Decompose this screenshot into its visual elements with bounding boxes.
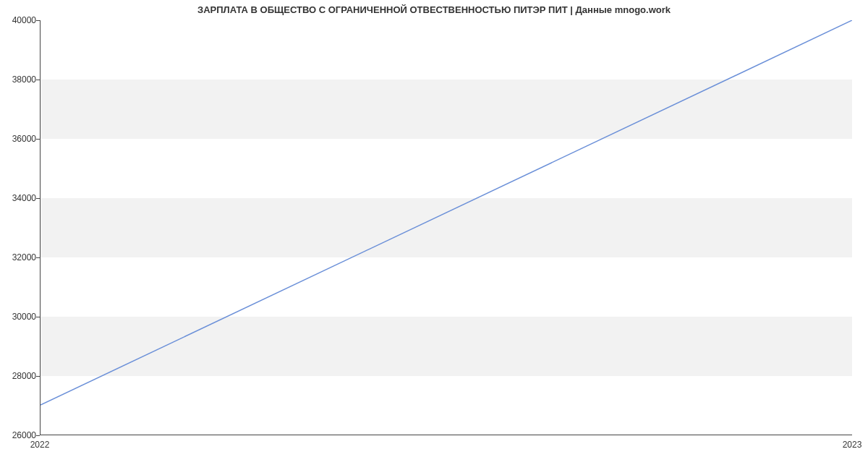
x-tick-label: 2023	[843, 440, 862, 450]
salary-line-chart: ЗАРПЛАТА В ОБЩЕСТВО С ОГРАНИЧЕННОЙ ОТВЕС…	[0, 0, 868, 470]
chart-title: ЗАРПЛАТА В ОБЩЕСТВО С ОГРАНИЧЕННОЙ ОТВЕС…	[0, 4, 868, 15]
data-line	[41, 20, 852, 435]
plot-area	[40, 20, 852, 435]
y-tick-label: 30000	[4, 312, 36, 322]
y-tick-label: 36000	[4, 134, 36, 144]
x-tick-label: 2022	[30, 440, 50, 450]
y-tick-label: 28000	[4, 371, 36, 381]
y-tick-label: 38000	[4, 74, 36, 85]
y-tick-mark	[36, 435, 40, 436]
y-tick-label: 32000	[4, 252, 36, 262]
y-tick-label: 40000	[4, 15, 36, 25]
y-tick-label: 34000	[4, 193, 36, 203]
y-tick-label: 26000	[4, 430, 36, 440]
